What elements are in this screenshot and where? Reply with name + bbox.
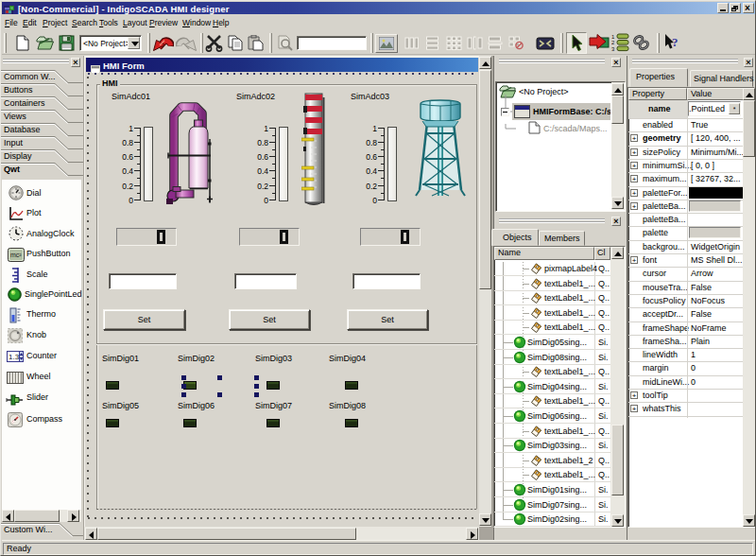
svg-text:0.8: 0.8 <box>257 138 268 148</box>
svg-text:0: 0 <box>264 196 268 205</box>
svg-text:0.6: 0.6 <box>366 152 377 162</box>
svg-text:1: 1 <box>264 124 268 133</box>
svg-text:0.6: 0.6 <box>257 152 268 162</box>
svg-text:0.2: 0.2 <box>122 182 133 191</box>
svg-text:0.2: 0.2 <box>257 182 268 191</box>
svg-text:0.2: 0.2 <box>366 182 377 191</box>
svg-text:1: 1 <box>372 124 377 133</box>
svg-text:1: 1 <box>611 34 615 40</box>
svg-text:1: 1 <box>129 124 133 133</box>
svg-text:mc²: mc² <box>10 252 22 258</box>
svg-text:3: 3 <box>611 46 615 52</box>
svg-text:1.3: 1.3 <box>9 353 20 361</box>
svg-text:0.6: 0.6 <box>122 152 133 162</box>
svg-text:0.8: 0.8 <box>366 138 377 148</box>
svg-text:?: ? <box>672 35 679 49</box>
svg-text:0.8: 0.8 <box>122 138 133 148</box>
svg-text:2: 2 <box>611 40 615 45</box>
svg-text:0: 0 <box>129 196 133 205</box>
svg-text:0: 0 <box>372 196 377 205</box>
svg-text:0.4: 0.4 <box>122 166 133 176</box>
svg-text:0.4: 0.4 <box>366 166 377 176</box>
svg-text:0.4: 0.4 <box>257 166 268 176</box>
